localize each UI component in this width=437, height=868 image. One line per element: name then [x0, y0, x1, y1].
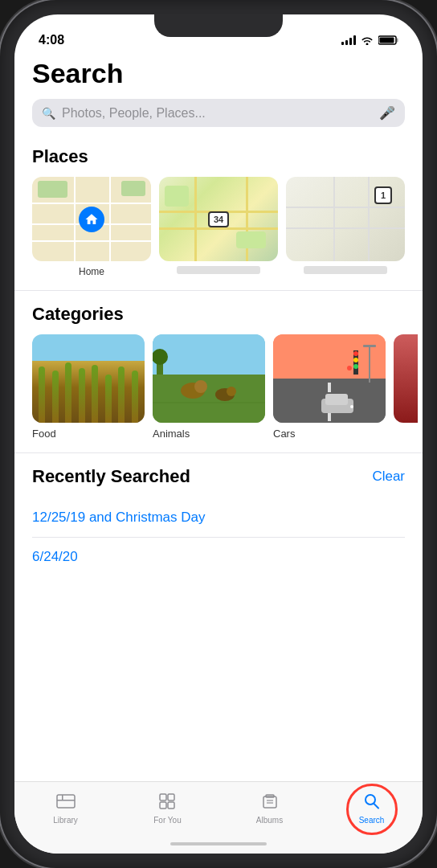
tab-item-albums[interactable]: Albums	[218, 790, 321, 825]
svg-rect-2	[380, 38, 394, 43]
search-tab-icon	[361, 790, 383, 813]
tab-item-search[interactable]: Search	[321, 790, 423, 825]
tab-label-search: Search	[359, 816, 385, 825]
page-title: Search	[32, 58, 405, 89]
svg-rect-30	[160, 794, 166, 800]
svg-rect-32	[168, 794, 174, 800]
category-item-food[interactable]: Food	[32, 334, 145, 440]
category-label-animals: Animals	[153, 428, 265, 440]
category-img-animals	[153, 334, 265, 423]
status-time: 4:08	[39, 33, 64, 47]
place-item-3[interactable]: 1	[286, 177, 405, 277]
svg-point-19	[353, 358, 358, 362]
place-item-2[interactable]: 34	[159, 177, 278, 277]
svg-line-39	[374, 804, 378, 809]
recently-searched-header: Recently Searched Clear	[32, 466, 405, 487]
categories-grid: Food	[32, 334, 405, 440]
notch	[154, 14, 283, 37]
recently-searched-title: Recently Searched	[32, 466, 190, 487]
category-item-fourth-partial[interactable]	[394, 334, 418, 440]
category-label-cars: Cars	[273, 428, 386, 440]
svg-point-23	[350, 405, 353, 408]
tab-label-albums: Albums	[256, 816, 283, 825]
svg-rect-31	[160, 802, 166, 809]
route-shield-34: 34	[208, 211, 229, 227]
svg-rect-26	[363, 345, 376, 347]
divider-1	[14, 290, 423, 291]
status-icons	[341, 35, 398, 45]
category-img-fourth-partial	[394, 334, 418, 423]
route-shield-1: 1	[374, 186, 392, 204]
place-map-home	[32, 177, 151, 261]
category-item-animals[interactable]: Animals	[153, 334, 265, 440]
divider-2	[14, 452, 423, 453]
svg-rect-27	[57, 795, 75, 808]
home-indicator	[170, 842, 267, 845]
phone-frame: 4:08 Search	[0, 0, 437, 868]
category-img-cars	[273, 334, 386, 423]
svg-rect-14	[328, 383, 331, 392]
recent-item-1[interactable]: 12/25/19 and Christmas Day	[32, 498, 405, 538]
recent-item-2[interactable]: 6/24/20	[32, 538, 405, 576]
scroll-content[interactable]: Search 🔍 Photos, People, Places... 🎤 Pla…	[14, 55, 423, 781]
wifi-icon	[361, 35, 374, 45]
microphone-icon[interactable]: 🎤	[379, 105, 395, 121]
svg-point-20	[353, 364, 358, 369]
phone-screen: 4:08 Search	[14, 14, 423, 854]
svg-point-18	[353, 351, 358, 356]
albums-icon	[259, 790, 281, 813]
place-label-2	[177, 266, 260, 274]
svg-point-10	[227, 387, 236, 396]
category-item-cars[interactable]: Cars	[273, 334, 386, 440]
places-grid: Home 34	[32, 177, 405, 277]
svg-rect-28	[57, 800, 75, 801]
svg-point-8	[194, 380, 207, 393]
places-section-title: Places	[32, 146, 405, 167]
search-bar-input[interactable]: Photos, People, Places...	[62, 106, 373, 121]
tab-item-library[interactable]: Library	[14, 790, 116, 825]
for-you-icon	[157, 790, 179, 813]
home-pin	[79, 207, 104, 232]
tab-label-for-you: For You	[153, 816, 181, 825]
place-label-home: Home	[79, 266, 104, 277]
search-bar[interactable]: 🔍 Photos, People, Places... 🎤	[32, 99, 405, 127]
category-label-food: Food	[32, 428, 145, 440]
signal-icon	[341, 35, 356, 45]
place-label-3	[304, 266, 387, 274]
svg-rect-34	[263, 796, 276, 808]
tab-item-for-you[interactable]: For You	[116, 790, 218, 825]
library-icon	[55, 790, 77, 813]
svg-rect-29	[62, 795, 63, 800]
svg-rect-3	[153, 334, 265, 375]
category-img-food	[32, 334, 145, 423]
tab-label-library: Library	[53, 816, 78, 825]
place-map-2: 34	[159, 177, 278, 261]
clear-button[interactable]: Clear	[372, 469, 405, 485]
categories-section-title: Categories	[32, 304, 405, 325]
svg-rect-1	[397, 39, 398, 43]
svg-rect-33	[168, 802, 174, 809]
svg-rect-4	[153, 375, 265, 423]
search-bar-icon: 🔍	[42, 107, 55, 120]
svg-point-24	[347, 366, 352, 371]
battery-icon	[378, 35, 398, 45]
place-item-home[interactable]: Home	[32, 177, 151, 277]
svg-rect-22	[325, 394, 348, 405]
place-map-3: 1	[286, 177, 405, 261]
